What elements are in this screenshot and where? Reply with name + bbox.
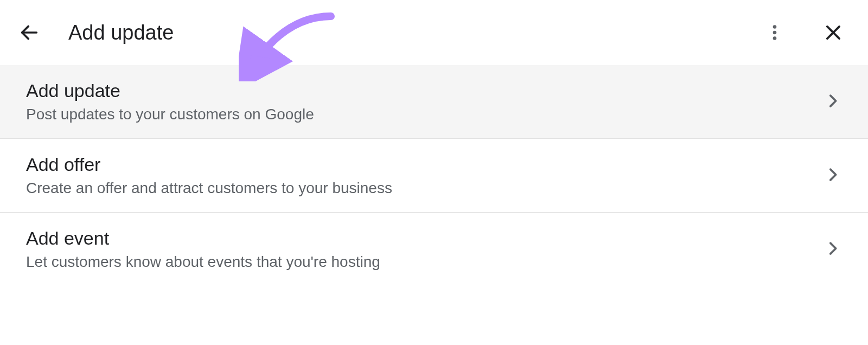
list-item-title: Add offer [26,154,824,175]
list-item-description: Create an offer and attract customers to… [26,180,824,197]
chevron-right-icon [824,92,842,112]
list-item-add-offer[interactable]: Add offer Create an offer and attract cu… [0,139,868,213]
list-item-text: Add update Post updates to your customer… [26,80,824,123]
list-item-description: Let customers know about events that you… [26,253,824,271]
list-item-text: Add offer Create an offer and attract cu… [26,154,824,197]
chevron-right-icon [824,239,842,260]
header: Add update [0,0,868,65]
header-left: Add update [16,20,174,46]
svg-point-2 [773,31,777,35]
back-button[interactable] [16,20,42,46]
chevron-right-icon [824,165,842,186]
header-right [762,20,846,46]
svg-point-3 [773,36,777,40]
svg-point-1 [773,25,777,29]
list-item-title: Add update [26,80,824,101]
close-icon [823,22,844,43]
list-item-add-event[interactable]: Add event Let customers know about event… [0,213,868,286]
close-button[interactable] [820,20,846,46]
page-title: Add update [68,21,174,44]
options-list: Add update Post updates to your customer… [0,65,868,286]
list-item-title: Add event [26,228,824,249]
arrow-left-icon [18,22,40,43]
more-vertical-icon [765,23,784,42]
list-item-description: Post updates to your customers on Google [26,106,824,123]
list-item-text: Add event Let customers know about event… [26,228,824,271]
more-options-button[interactable] [762,20,788,46]
list-item-add-update[interactable]: Add update Post updates to your customer… [0,65,868,139]
